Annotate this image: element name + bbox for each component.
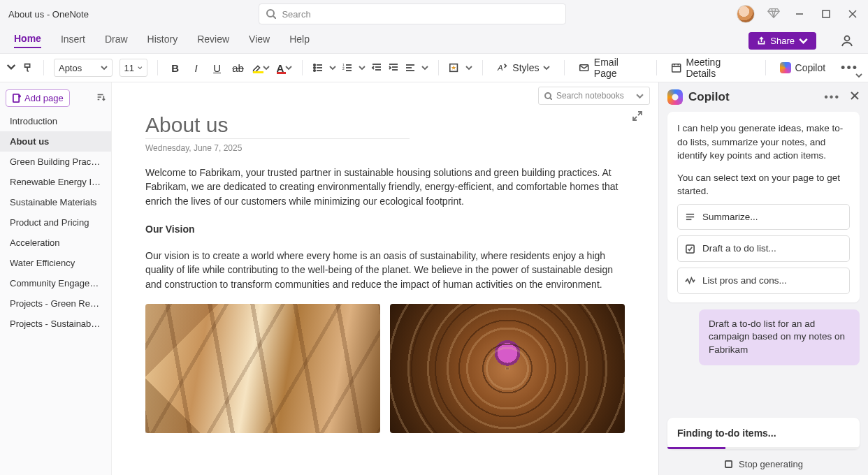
share-button[interactable]: Share <box>748 32 816 50</box>
svg-rect-55 <box>725 461 732 467</box>
page-list-item[interactable]: Projects - Sustainable Mu... <box>0 314 111 334</box>
share-label: Share <box>770 36 795 46</box>
numbered-list-icon: 12 <box>342 62 353 73</box>
copilot-suggestion-summarize[interactable]: Summarize... <box>677 204 850 231</box>
presence-icon[interactable] <box>840 34 854 48</box>
page-title[interactable]: About us <box>145 113 410 139</box>
user-avatar[interactable] <box>737 5 755 23</box>
copilot-logo-icon <box>667 89 683 105</box>
styles-button[interactable]: A Styles <box>493 62 554 73</box>
copilot-suggestion-proscons[interactable]: List pros and cons... <box>677 268 850 294</box>
strikethrough-button[interactable]: ab <box>231 62 246 74</box>
body-paragraph[interactable]: Our vision is to create a world where ev… <box>145 249 625 291</box>
chevron-down-icon <box>285 64 292 71</box>
chevron-down-icon <box>101 64 108 71</box>
tab-home[interactable]: Home <box>14 33 41 48</box>
envelope-icon <box>579 62 589 73</box>
tab-insert[interactable]: Insert <box>61 34 85 48</box>
format-painter-icon[interactable] <box>22 62 34 73</box>
copilot-toolbar-button[interactable]: Copilot <box>776 62 830 73</box>
email-page-label: Email Page <box>594 57 642 79</box>
window-minimize-button[interactable] <box>793 7 806 21</box>
font-family-select[interactable]: Aptos <box>54 59 113 77</box>
highlight-color-button[interactable] <box>252 62 270 73</box>
window-maximize-button[interactable] <box>819 7 833 21</box>
add-page-label: Add page <box>24 93 64 103</box>
meeting-details-button[interactable]: Meeting Details <box>667 57 755 79</box>
tab-help[interactable]: Help <box>289 34 310 48</box>
page-list-item[interactable]: Green Building Practices <box>0 152 111 172</box>
chevron-down-icon <box>138 64 143 71</box>
italic-button[interactable]: I <box>189 62 204 74</box>
body-heading[interactable]: Our Vision <box>145 222 625 236</box>
pages-pane: Add page IntroductionAbout usGreen Build… <box>0 82 112 475</box>
content-image-spiral-atrium[interactable] <box>390 304 625 433</box>
search-icon <box>266 9 276 19</box>
chevron-down-icon <box>636 92 644 100</box>
copilot-title: Copilot <box>688 90 730 104</box>
page-list-item[interactable]: Acceleration <box>0 233 111 253</box>
page-list-item[interactable]: Sustainable Materials <box>0 192 111 212</box>
tab-draw[interactable]: Draw <box>105 34 128 48</box>
svg-point-12 <box>314 67 315 68</box>
search-notebooks-placeholder: Search notebooks <box>556 91 624 101</box>
add-page-button[interactable]: Add page <box>6 89 70 107</box>
svg-rect-7 <box>823 10 830 17</box>
styles-label: Styles <box>512 62 539 73</box>
body-paragraph[interactable]: Welcome to Fabrikam, your trusted partne… <box>145 166 625 208</box>
tags-button[interactable] <box>449 62 472 73</box>
calendar-icon <box>671 62 681 73</box>
copilot-close-button[interactable] <box>850 91 860 101</box>
sort-pages-button[interactable] <box>96 92 106 105</box>
global-search[interactable]: Search <box>259 3 566 24</box>
title-bar: About us - OneNote Search <box>0 0 868 28</box>
copilot-more-button[interactable]: ••• <box>824 91 840 103</box>
bold-button[interactable]: B <box>168 62 183 74</box>
home-toolbar: Aptos 11 B I U ab A 12 <box>0 53 868 82</box>
svg-point-45 <box>545 93 551 98</box>
copilot-suggestion-label: Draft a to do list... <box>702 242 776 256</box>
page-list-item[interactable]: Product and Pricing <box>0 212 111 233</box>
content-image-wooden-beams[interactable] <box>145 304 380 433</box>
page-list-item[interactable]: About us <box>0 131 111 152</box>
page-list-item[interactable]: Community Engagement <box>0 273 111 293</box>
font-color-button[interactable]: A <box>275 62 293 74</box>
tab-review[interactable]: Review <box>197 34 229 48</box>
copilot-suggestion-todo[interactable]: Draft a to do list... <box>677 235 850 262</box>
page-canvas[interactable]: Search notebooks About us Wednesday, Jun… <box>112 82 658 475</box>
chevron-down-icon <box>543 64 550 71</box>
copilot-intro-card: I can help you generate ideas, make to-d… <box>667 112 860 302</box>
bullet-list-button[interactable] <box>312 62 336 73</box>
checkbox-icon <box>685 244 695 254</box>
outdent-button[interactable] <box>371 62 382 73</box>
copilot-progress-bar <box>667 447 860 449</box>
chevron-down-icon <box>465 64 472 71</box>
copilot-suggestion-label: Summarize... <box>702 210 758 224</box>
ribbon-expand-chevron-icon[interactable] <box>855 72 862 79</box>
tab-view[interactable]: View <box>249 34 270 48</box>
align-button[interactable] <box>405 62 428 73</box>
page-list-item[interactable]: Introduction <box>0 111 111 131</box>
lines-icon <box>685 212 695 222</box>
page-list-item[interactable]: Projects - Green Resident... <box>0 293 111 314</box>
premium-diamond-icon[interactable] <box>767 6 780 22</box>
align-left-icon <box>405 62 416 73</box>
numbered-list-button[interactable]: 12 <box>342 62 366 73</box>
page-list-item[interactable]: Renewable Energy Integr... <box>0 172 111 192</box>
email-page-button[interactable]: Email Page <box>574 57 646 79</box>
search-placeholder: Search <box>282 9 310 20</box>
copilot-stop-button[interactable]: Stop generating <box>667 456 860 469</box>
page-list-item[interactable]: Water Efficiency <box>0 253 111 273</box>
search-icon <box>544 92 552 100</box>
svg-point-10 <box>845 36 850 41</box>
undo-chevron-icon[interactable] <box>6 62 17 73</box>
fullscreen-button[interactable] <box>632 110 643 124</box>
font-size-select[interactable]: 11 <box>120 59 147 77</box>
svg-rect-35 <box>672 64 681 72</box>
window-close-button[interactable] <box>846 7 860 21</box>
window-title: About us - OneNote <box>8 9 89 20</box>
tab-history[interactable]: History <box>147 34 178 48</box>
search-notebooks-input[interactable]: Search notebooks <box>538 87 650 105</box>
underline-button[interactable]: U <box>210 62 225 74</box>
indent-button[interactable] <box>388 62 399 73</box>
